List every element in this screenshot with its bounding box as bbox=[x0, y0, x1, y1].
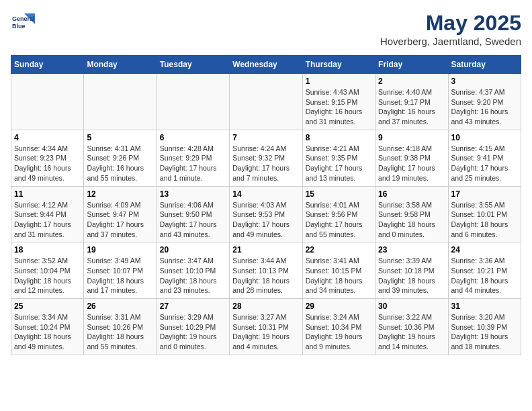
calendar-cell: 23Sunrise: 3:39 AM Sunset: 10:18 PM Dayl… bbox=[375, 242, 448, 299]
calendar-cell: 13Sunrise: 4:06 AM Sunset: 9:50 PM Dayli… bbox=[157, 186, 229, 242]
weekday-header: Saturday bbox=[448, 56, 521, 74]
day-info: Sunrise: 4:12 AM Sunset: 9:44 PM Dayligh… bbox=[14, 200, 81, 240]
day-number: 21 bbox=[232, 245, 299, 255]
calendar-cell bbox=[157, 74, 229, 130]
day-number: 16 bbox=[378, 189, 445, 199]
day-info: Sunrise: 4:01 AM Sunset: 9:56 PM Dayligh… bbox=[306, 200, 372, 240]
calendar-cell: 30Sunrise: 3:22 AM Sunset: 10:36 PM Dayl… bbox=[375, 299, 448, 355]
page-header: General Blue May 2025 Hoverberg, Jaemtla… bbox=[11, 11, 521, 47]
day-info: Sunrise: 4:03 AM Sunset: 9:53 PM Dayligh… bbox=[232, 200, 299, 240]
weekday-header: Thursday bbox=[302, 56, 375, 74]
location-subtitle: Hoverberg, Jaemtland, Sweden bbox=[380, 36, 521, 47]
day-number: 10 bbox=[451, 133, 518, 142]
calendar-cell: 6Sunrise: 4:28 AM Sunset: 9:29 PM Daylig… bbox=[157, 130, 229, 186]
day-info: Sunrise: 3:29 AM Sunset: 10:29 PM Daylig… bbox=[160, 312, 226, 352]
day-info: Sunrise: 4:28 AM Sunset: 9:29 PM Dayligh… bbox=[160, 144, 226, 183]
day-info: Sunrise: 4:06 AM Sunset: 9:50 PM Dayligh… bbox=[160, 200, 226, 240]
day-number: 31 bbox=[451, 302, 518, 311]
calendar-cell: 10Sunrise: 4:15 AM Sunset: 9:41 PM Dayli… bbox=[448, 130, 521, 186]
day-number: 14 bbox=[232, 189, 299, 199]
day-number: 8 bbox=[306, 133, 372, 142]
calendar-cell: 19Sunrise: 3:49 AM Sunset: 10:07 PM Dayl… bbox=[84, 242, 157, 299]
calendar-cell: 2Sunrise: 4:40 AM Sunset: 9:17 PM Daylig… bbox=[375, 74, 448, 130]
day-info: Sunrise: 3:24 AM Sunset: 10:34 PM Daylig… bbox=[306, 312, 372, 352]
day-number: 26 bbox=[87, 302, 153, 311]
calendar-cell: 29Sunrise: 3:24 AM Sunset: 10:34 PM Dayl… bbox=[302, 299, 375, 355]
day-info: Sunrise: 4:09 AM Sunset: 9:47 PM Dayligh… bbox=[87, 200, 153, 240]
day-number: 11 bbox=[14, 189, 81, 199]
svg-text:General: General bbox=[12, 15, 35, 22]
day-info: Sunrise: 3:44 AM Sunset: 10:13 PM Daylig… bbox=[232, 256, 299, 295]
day-info: Sunrise: 3:55 AM Sunset: 10:01 PM Daylig… bbox=[451, 200, 518, 240]
day-info: Sunrise: 3:47 AM Sunset: 10:10 PM Daylig… bbox=[160, 256, 226, 295]
day-info: Sunrise: 4:43 AM Sunset: 9:15 PM Dayligh… bbox=[306, 87, 372, 127]
calendar-week-row: 11Sunrise: 4:12 AM Sunset: 9:44 PM Dayli… bbox=[11, 186, 521, 242]
day-number: 1 bbox=[306, 77, 372, 86]
calendar-cell: 27Sunrise: 3:29 AM Sunset: 10:29 PM Dayl… bbox=[157, 299, 229, 355]
calendar-cell: 12Sunrise: 4:09 AM Sunset: 9:47 PM Dayli… bbox=[84, 186, 157, 242]
day-info: Sunrise: 3:36 AM Sunset: 10:21 PM Daylig… bbox=[451, 256, 518, 295]
calendar-cell: 9Sunrise: 4:18 AM Sunset: 9:38 PM Daylig… bbox=[375, 130, 448, 186]
calendar-week-row: 4Sunrise: 4:34 AM Sunset: 9:23 PM Daylig… bbox=[11, 130, 521, 186]
logo-icon: General Blue bbox=[11, 11, 35, 35]
calendar-cell: 25Sunrise: 3:34 AM Sunset: 10:24 PM Dayl… bbox=[11, 299, 84, 355]
calendar-cell: 3Sunrise: 4:37 AM Sunset: 9:20 PM Daylig… bbox=[448, 74, 521, 130]
day-number: 17 bbox=[451, 189, 518, 199]
calendar-table: SundayMondayTuesdayWednesdayThursdayFrid… bbox=[11, 55, 521, 355]
day-number: 2 bbox=[378, 77, 445, 86]
calendar-cell: 7Sunrise: 4:24 AM Sunset: 9:32 PM Daylig… bbox=[230, 130, 302, 186]
calendar-cell: 31Sunrise: 3:20 AM Sunset: 10:39 PM Dayl… bbox=[448, 299, 521, 355]
day-number: 19 bbox=[87, 245, 153, 255]
day-number: 28 bbox=[232, 302, 299, 311]
day-info: Sunrise: 3:31 AM Sunset: 10:26 PM Daylig… bbox=[87, 312, 153, 352]
calendar-cell: 22Sunrise: 3:41 AM Sunset: 10:15 PM Dayl… bbox=[302, 242, 375, 299]
day-info: Sunrise: 3:41 AM Sunset: 10:15 PM Daylig… bbox=[306, 256, 372, 295]
title-block: May 2025 Hoverberg, Jaemtland, Sweden bbox=[380, 11, 521, 47]
calendar-cell bbox=[84, 74, 157, 130]
day-info: Sunrise: 3:52 AM Sunset: 10:04 PM Daylig… bbox=[14, 256, 81, 295]
day-number: 13 bbox=[160, 189, 226, 199]
day-info: Sunrise: 4:37 AM Sunset: 9:20 PM Dayligh… bbox=[451, 87, 518, 127]
day-number: 24 bbox=[451, 245, 518, 255]
day-number: 23 bbox=[378, 245, 445, 255]
day-info: Sunrise: 4:31 AM Sunset: 9:26 PM Dayligh… bbox=[87, 144, 153, 183]
day-info: Sunrise: 3:20 AM Sunset: 10:39 PM Daylig… bbox=[451, 312, 518, 352]
calendar-cell: 14Sunrise: 4:03 AM Sunset: 9:53 PM Dayli… bbox=[230, 186, 302, 242]
calendar-week-row: 18Sunrise: 3:52 AM Sunset: 10:04 PM Dayl… bbox=[11, 242, 521, 299]
day-info: Sunrise: 3:22 AM Sunset: 10:36 PM Daylig… bbox=[378, 312, 445, 352]
day-number: 5 bbox=[87, 133, 153, 142]
day-number: 29 bbox=[306, 302, 372, 311]
weekday-header-row: SundayMondayTuesdayWednesdayThursdayFrid… bbox=[11, 56, 521, 74]
calendar-cell: 20Sunrise: 3:47 AM Sunset: 10:10 PM Dayl… bbox=[157, 242, 229, 299]
day-info: Sunrise: 4:15 AM Sunset: 9:41 PM Dayligh… bbox=[451, 144, 518, 183]
calendar-cell: 16Sunrise: 3:58 AM Sunset: 9:58 PM Dayli… bbox=[375, 186, 448, 242]
calendar-cell: 18Sunrise: 3:52 AM Sunset: 10:04 PM Dayl… bbox=[11, 242, 84, 299]
weekday-header: Wednesday bbox=[230, 56, 302, 74]
weekday-header: Sunday bbox=[11, 56, 84, 74]
weekday-header: Tuesday bbox=[157, 56, 229, 74]
day-number: 25 bbox=[14, 302, 81, 311]
svg-text:Blue: Blue bbox=[12, 23, 26, 30]
day-info: Sunrise: 3:58 AM Sunset: 9:58 PM Dayligh… bbox=[378, 200, 445, 240]
day-number: 3 bbox=[451, 77, 518, 86]
day-number: 15 bbox=[306, 189, 372, 199]
day-number: 30 bbox=[378, 302, 445, 311]
calendar-week-row: 1Sunrise: 4:43 AM Sunset: 9:15 PM Daylig… bbox=[11, 74, 521, 130]
day-number: 22 bbox=[306, 245, 372, 255]
day-info: Sunrise: 4:18 AM Sunset: 9:38 PM Dayligh… bbox=[378, 144, 445, 183]
calendar-cell: 17Sunrise: 3:55 AM Sunset: 10:01 PM Dayl… bbox=[448, 186, 521, 242]
day-number: 18 bbox=[14, 245, 81, 255]
calendar-cell: 15Sunrise: 4:01 AM Sunset: 9:56 PM Dayli… bbox=[302, 186, 375, 242]
day-number: 6 bbox=[160, 133, 226, 142]
day-number: 27 bbox=[160, 302, 226, 311]
month-title: May 2025 bbox=[380, 11, 521, 36]
day-number: 20 bbox=[160, 245, 226, 255]
calendar-cell bbox=[11, 74, 84, 130]
day-info: Sunrise: 3:34 AM Sunset: 10:24 PM Daylig… bbox=[14, 312, 81, 352]
calendar-week-row: 25Sunrise: 3:34 AM Sunset: 10:24 PM Dayl… bbox=[11, 299, 521, 355]
calendar-cell: 5Sunrise: 4:31 AM Sunset: 9:26 PM Daylig… bbox=[84, 130, 157, 186]
day-info: Sunrise: 4:21 AM Sunset: 9:35 PM Dayligh… bbox=[306, 144, 372, 183]
day-number: 9 bbox=[378, 133, 445, 142]
day-info: Sunrise: 4:34 AM Sunset: 9:23 PM Dayligh… bbox=[14, 144, 81, 183]
day-number: 12 bbox=[87, 189, 153, 199]
